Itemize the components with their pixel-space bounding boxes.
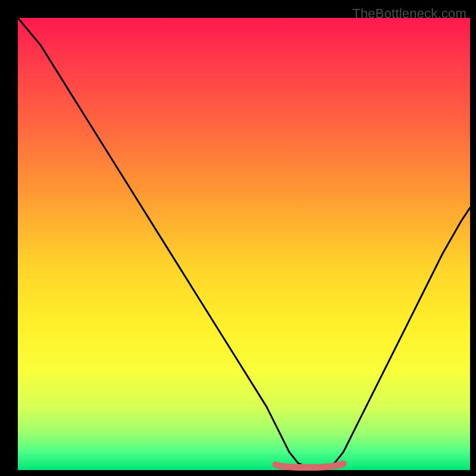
bottleneck-curve (18, 18, 470, 467)
chart-frame: TheBottleneck.com (6, 6, 470, 470)
optimal-highlight (275, 464, 343, 467)
gradient-plot-area (18, 18, 470, 470)
curve-layer (18, 18, 470, 470)
